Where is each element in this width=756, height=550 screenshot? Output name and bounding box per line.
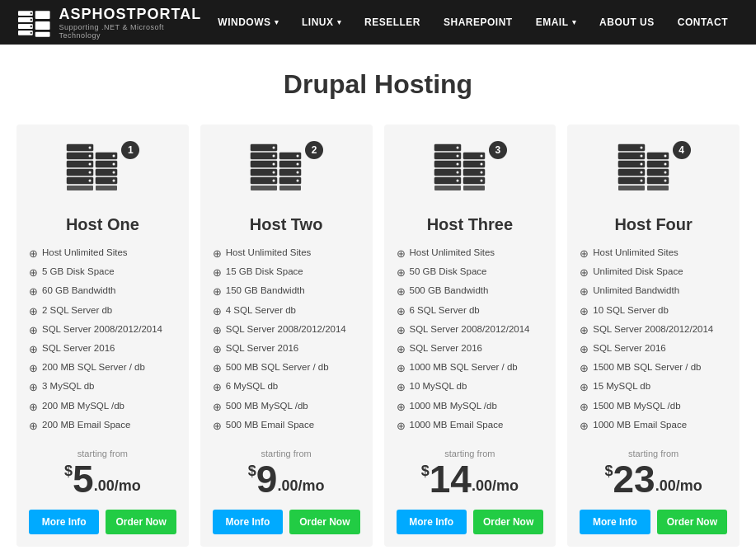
price-main: 23 xyxy=(613,460,655,498)
nav-item-reseller[interactable]: RESELLER xyxy=(353,0,432,45)
list-item: ⊕Unlimited Disk Space xyxy=(580,263,727,282)
check-circle-icon: ⊕ xyxy=(580,247,589,261)
svg-rect-29 xyxy=(67,186,93,190)
list-item: ⊕SQL Server 2008/2012/2014 xyxy=(29,321,176,340)
feature-text: SQL Server 2008/2012/2014 xyxy=(226,322,346,336)
list-item: ⊕SQL Server 2016 xyxy=(29,340,176,359)
price-dollar-sign: $ xyxy=(605,463,613,478)
svg-point-27 xyxy=(113,172,115,174)
list-item: ⊕Host Unlimited Sites xyxy=(580,244,727,263)
hosting-cards: 1Host One⊕Host Unlimited Sites⊕5 GB Disk… xyxy=(0,116,756,550)
list-item: ⊕150 GB Bandwidth xyxy=(213,282,360,301)
svg-rect-90 xyxy=(647,186,669,190)
svg-point-4 xyxy=(31,12,32,14)
price-main: 9 xyxy=(256,460,278,498)
check-circle-icon: ⊕ xyxy=(397,380,406,395)
svg-point-38 xyxy=(273,163,275,166)
list-item: ⊕50 GB Disk Space xyxy=(397,263,544,282)
feature-text: SQL Server 2016 xyxy=(42,341,115,355)
svg-point-60 xyxy=(456,180,458,182)
server-icon: 2 xyxy=(249,141,323,207)
feature-text: 1000 MB SQL Server / db xyxy=(410,360,518,374)
nav-item-email[interactable]: EMAIL ▾ xyxy=(524,0,588,45)
host-badge: 4 xyxy=(673,141,691,159)
feature-text: 1500 MB MySQL /db xyxy=(593,399,680,412)
check-circle-icon: ⊕ xyxy=(397,361,406,376)
check-circle-icon: ⊕ xyxy=(213,247,222,261)
more-info-button[interactable]: More Info xyxy=(29,510,99,534)
nav-item-sharepoint[interactable]: SHAREPOINT xyxy=(432,0,524,45)
list-item: ⊕500 MB Email Space xyxy=(213,416,360,435)
list-item: ⊕Host Unlimited Sites xyxy=(213,244,360,263)
order-now-button[interactable]: Order Now xyxy=(106,510,176,534)
list-item: ⊕15 MySQL db xyxy=(580,378,727,397)
svg-point-28 xyxy=(113,180,115,182)
list-item: ⊕6 MySQL db xyxy=(213,378,360,397)
host-name: Host Three xyxy=(427,215,513,234)
feature-text: 200 MB SQL Server / db xyxy=(42,360,145,374)
svg-rect-9 xyxy=(35,21,50,30)
svg-rect-89 xyxy=(618,186,645,190)
card-buttons: More InfoOrder Now xyxy=(213,510,360,534)
svg-point-46 xyxy=(297,163,299,166)
check-circle-icon: ⊕ xyxy=(580,323,589,338)
price-dollar-sign: $ xyxy=(248,463,256,478)
check-circle-icon: ⊕ xyxy=(29,361,38,376)
feature-list: ⊕Host Unlimited Sites⊕Unlimited Disk Spa… xyxy=(580,244,727,435)
list-item: ⊕SQL Server 2008/2012/2014 xyxy=(213,321,360,340)
svg-point-39 xyxy=(273,172,275,174)
check-circle-icon: ⊕ xyxy=(29,400,38,415)
check-circle-icon: ⊕ xyxy=(29,304,38,319)
feature-text: SQL Server 2016 xyxy=(226,341,298,355)
host-card-1: 1Host One⊕Host Unlimited Sites⊕5 GB Disk… xyxy=(16,125,189,547)
check-circle-icon: ⊕ xyxy=(29,247,38,261)
feature-text: Host Unlimited Sites xyxy=(42,246,128,259)
svg-point-78 xyxy=(640,163,642,166)
svg-rect-50 xyxy=(279,186,301,190)
check-circle-icon: ⊕ xyxy=(213,323,222,338)
card-buttons: More InfoOrder Now xyxy=(29,510,176,534)
check-circle-icon: ⊕ xyxy=(580,266,589,280)
logo[interactable]: ASPHOSTPORTAL Supporting .NET & Microsof… xyxy=(16,4,206,40)
nav-item-windows[interactable]: WINDOWS ▾ xyxy=(206,0,290,45)
svg-rect-8 xyxy=(35,11,50,19)
nav-item-contact[interactable]: CONTACT xyxy=(666,0,740,45)
price-cents: .00/mo xyxy=(277,478,324,493)
check-circle-icon: ⊕ xyxy=(213,361,222,376)
price-section: starting from$23.00/mo xyxy=(605,449,702,498)
check-circle-icon: ⊕ xyxy=(397,323,406,338)
order-now-button[interactable]: Order Now xyxy=(289,510,359,534)
order-now-button[interactable]: Order Now xyxy=(473,510,543,534)
chevron-down-icon: ▾ xyxy=(572,18,577,26)
check-circle-icon: ⊕ xyxy=(397,284,406,299)
feature-text: Unlimited Bandwidth xyxy=(593,284,679,297)
more-info-button[interactable]: More Info xyxy=(397,510,467,534)
host-card-3: 3Host Three⊕Host Unlimited Sites⊕50 GB D… xyxy=(384,125,556,547)
check-circle-icon: ⊕ xyxy=(580,342,589,357)
svg-point-37 xyxy=(273,155,275,157)
feature-list: ⊕Host Unlimited Sites⊕15 GB Disk Space⊕1… xyxy=(213,244,360,435)
svg-point-86 xyxy=(664,163,666,166)
svg-point-19 xyxy=(89,172,92,174)
list-item: ⊕500 GB Bandwidth xyxy=(397,282,544,301)
nav-item-linux[interactable]: LINUX ▾ xyxy=(290,0,353,45)
feature-text: 200 MB Email Space xyxy=(42,418,130,431)
order-now-button[interactable]: Order Now xyxy=(657,510,727,534)
navigation: ASPHOSTPORTAL Supporting .NET & Microsof… xyxy=(0,0,756,45)
feature-text: 4 SQL Server db xyxy=(226,303,296,317)
more-info-button[interactable]: More Info xyxy=(213,510,283,534)
nav-item-about-us[interactable]: ABOUT US xyxy=(588,0,666,45)
feature-text: 1000 MB Email Space xyxy=(593,418,687,431)
host-name: Host Four xyxy=(614,215,692,234)
feature-text: SQL Server 2008/2012/2014 xyxy=(42,322,162,336)
list-item: ⊕SQL Server 2016 xyxy=(213,340,360,359)
more-info-button[interactable]: More Info xyxy=(580,510,650,534)
feature-list: ⊕Host Unlimited Sites⊕5 GB Disk Space⊕60… xyxy=(29,244,176,435)
svg-point-66 xyxy=(480,163,482,166)
list-item: ⊕1000 MB Email Space xyxy=(397,416,544,435)
feature-text: 1500 MB SQL Server / db xyxy=(593,360,701,374)
svg-point-17 xyxy=(89,155,92,157)
svg-point-68 xyxy=(480,180,482,182)
price-dollar-sign: $ xyxy=(421,463,430,478)
feature-text: 3 MySQL db xyxy=(42,379,95,393)
